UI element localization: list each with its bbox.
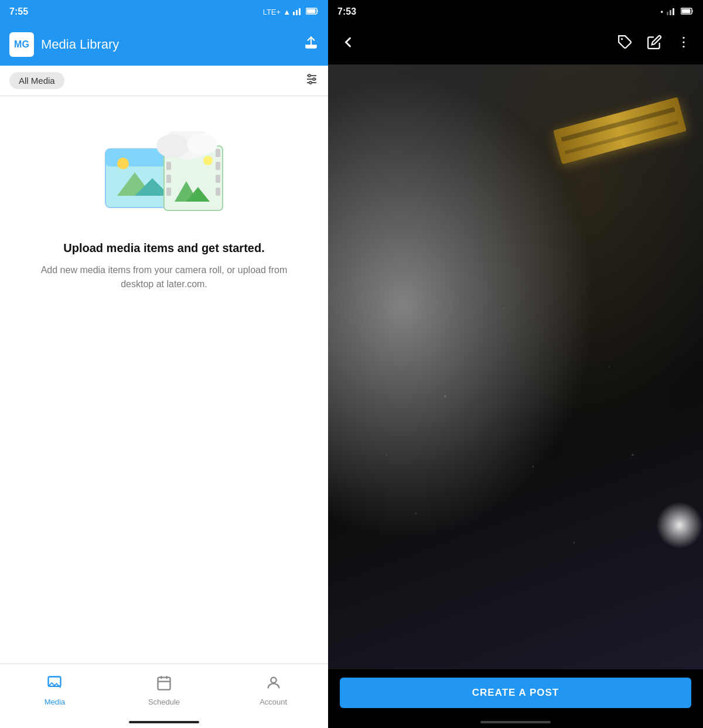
nav-item-media[interactable]: Media — [0, 675, 110, 706]
svg-point-50 — [415, 513, 417, 515]
status-bar-right: 7:53 • — [328, 0, 703, 23]
user-avatar: MG — [9, 32, 34, 57]
schedule-nav-label: Schedule — [148, 698, 180, 706]
svg-point-28 — [203, 156, 213, 165]
app-header: MG Media Library — [0, 23, 328, 66]
nav-item-account[interactable]: Account — [219, 675, 328, 706]
media-nav-icon — [46, 675, 63, 695]
svg-rect-40 — [673, 8, 674, 15]
upload-icon[interactable] — [303, 35, 319, 54]
home-bar-left — [129, 721, 199, 723]
more-options-icon[interactable] — [676, 35, 691, 53]
all-media-chip[interactable]: All Media — [9, 72, 64, 89]
create-post-bar: CREATE A POST — [328, 669, 703, 716]
svg-point-45 — [682, 41, 684, 43]
svg-point-48 — [533, 466, 534, 468]
svg-rect-42 — [682, 9, 691, 13]
home-indicator-left — [0, 716, 328, 728]
svg-rect-19 — [166, 162, 171, 170]
account-nav-label: Account — [260, 698, 287, 706]
right-panel: 7:53 • — [328, 0, 703, 728]
signal-bars — [293, 7, 303, 17]
filter-sliders-icon[interactable] — [305, 72, 319, 89]
svg-point-46 — [682, 46, 684, 47]
battery-icon-left — [306, 8, 319, 16]
battery-icon-right — [681, 8, 694, 16]
svg-point-51 — [503, 308, 504, 309]
photo-area — [328, 64, 703, 669]
svg-rect-39 — [670, 10, 671, 15]
svg-rect-25 — [216, 188, 220, 196]
svg-point-11 — [309, 81, 312, 84]
tag-icon[interactable] — [617, 35, 633, 53]
photo-toolbar — [328, 23, 703, 64]
svg-point-30 — [156, 134, 189, 158]
svg-point-31 — [187, 134, 217, 155]
bottom-nav: Media Schedule Account — [0, 664, 328, 716]
signal-icon-left: LTE+ — [263, 8, 281, 16]
svg-rect-0 — [293, 12, 295, 15]
edit-icon[interactable] — [647, 35, 662, 53]
svg-point-10 — [313, 78, 315, 80]
svg-rect-4 — [307, 9, 316, 13]
empty-illustration — [100, 131, 228, 225]
svg-rect-33 — [158, 677, 170, 689]
svg-point-14 — [117, 158, 129, 169]
svg-rect-1 — [296, 10, 298, 15]
status-icons-right: • — [660, 7, 694, 17]
svg-point-9 — [308, 74, 310, 77]
svg-rect-21 — [166, 188, 171, 196]
photo-gradient — [328, 64, 703, 669]
status-time-right: 7:53 — [337, 6, 356, 17]
filter-bar: All Media — [0, 66, 328, 96]
svg-point-53 — [386, 454, 387, 455]
network-icon: ▲ — [283, 8, 291, 16]
toolbar-actions — [617, 35, 691, 53]
svg-rect-23 — [216, 162, 220, 170]
back-icon[interactable] — [340, 34, 356, 55]
status-icons-left: LTE+ ▲ — [263, 7, 319, 17]
svg-rect-20 — [166, 175, 171, 183]
status-bar-left: 7:55 LTE+ ▲ — [0, 0, 328, 23]
empty-state: Upload media items and get started. Add … — [0, 96, 328, 664]
empty-subtitle: Add new media items from your camera rol… — [23, 263, 305, 291]
svg-point-52 — [632, 454, 634, 456]
app-title: Media Library — [41, 37, 119, 52]
svg-point-44 — [682, 37, 684, 39]
empty-title: Upload media items and get started. — [63, 241, 264, 255]
svg-rect-22 — [216, 149, 220, 157]
status-time-left: 7:55 — [9, 6, 28, 17]
home-bar-right — [480, 721, 551, 723]
svg-rect-38 — [667, 12, 668, 15]
header-left: MG Media Library — [9, 32, 119, 57]
dot-icon: • — [660, 8, 663, 16]
schedule-nav-icon — [156, 675, 172, 695]
create-post-button[interactable]: CREATE A POST — [340, 678, 691, 708]
signal-bars-right — [667, 7, 677, 17]
svg-point-47 — [444, 395, 446, 397]
svg-rect-2 — [299, 8, 301, 15]
svg-point-49 — [609, 366, 610, 368]
account-nav-icon — [265, 675, 282, 695]
home-indicator-right — [328, 716, 703, 728]
nav-item-schedule[interactable]: Schedule — [110, 675, 219, 706]
left-panel: 7:55 LTE+ ▲ MG Media — [0, 0, 328, 728]
svg-point-54 — [574, 542, 575, 544]
svg-rect-24 — [216, 175, 220, 183]
svg-point-37 — [271, 677, 276, 682]
media-nav-label: Media — [45, 698, 65, 706]
